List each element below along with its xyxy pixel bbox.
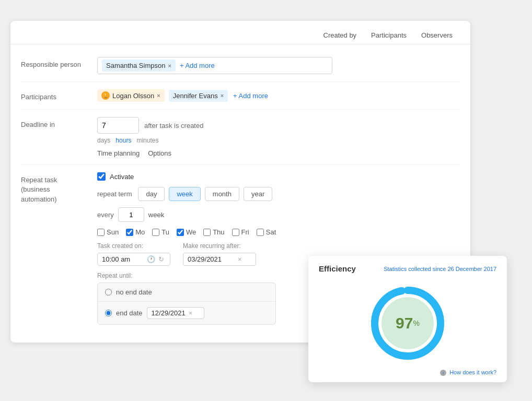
day-checkbox-tu[interactable]	[152, 229, 159, 236]
add-more-participants[interactable]: + Add more	[232, 90, 269, 102]
every-label: every	[97, 211, 114, 219]
day-sun: Sun	[97, 228, 119, 236]
until-option-end-date: end date 12/29/2021 ×	[98, 302, 275, 324]
deadline-row1: after task is created	[97, 117, 203, 134]
every-unit: week	[148, 211, 164, 219]
chip-name-logan: Logan Olsson	[112, 92, 154, 100]
activate-row: Activate	[97, 172, 276, 181]
responsible-person-input-area[interactable]: Samantha Simpson × + Add more	[97, 57, 332, 74]
term-btn-week[interactable]: week	[169, 187, 200, 201]
efficiency-stats-text: Statistics collected since	[384, 266, 446, 272]
day-label-we: We	[186, 228, 196, 236]
activate-label: Activate	[110, 173, 134, 181]
participants-content: 🏆 Logan Olsson × Jennifer Evans × + Add …	[97, 89, 460, 102]
end-date-clear-btn[interactable]: ×	[189, 309, 193, 317]
participant-chip-jennifer: Jennifer Evans ×	[169, 90, 228, 102]
add-more-responsible[interactable]: + Add more	[179, 60, 216, 72]
day-sat: Sat	[257, 228, 276, 236]
time-unit-hours[interactable]: hours	[115, 137, 131, 144]
day-label-tu: Tu	[161, 228, 169, 236]
responsible-person-label: Responsible person	[21, 57, 89, 69]
day-checkbox-we[interactable]	[177, 229, 184, 236]
deadline-input[interactable]	[97, 117, 139, 134]
efficiency-header: Efficiency Statistics collected since 26…	[319, 264, 496, 273]
until-option-no-end-date: no end date	[98, 283, 275, 302]
tab-created-by[interactable]: Created by	[316, 27, 364, 44]
deadline-label: Deadline in	[21, 117, 89, 129]
day-label-mo: Mo	[135, 228, 145, 236]
repeat-until: Repeat until: no end date end date 12/29…	[97, 272, 276, 325]
chip-close-logan[interactable]: ×	[157, 92, 160, 99]
sub-tab-options[interactable]: Options	[148, 149, 171, 157]
efficiency-stats-date: 26 December 2017	[447, 266, 496, 272]
day-tu: Tu	[152, 228, 169, 236]
recurring-input-wrap[interactable]: ×	[183, 253, 256, 266]
term-label: repeat term	[97, 190, 132, 198]
deadline-details: after task is created days hours minutes…	[97, 117, 203, 157]
repeat-section: Activate repeat term day week month year…	[97, 172, 276, 325]
responsible-person-row: Responsible person Samantha Simpson × + …	[21, 50, 460, 82]
term-btn-day[interactable]: day	[138, 187, 165, 201]
end-date-value: 12/29/2021	[152, 309, 186, 317]
task-created-input-wrap[interactable]: 🕐 ↻	[97, 253, 170, 266]
repeat-task-label: Repeat task (business automation)	[21, 172, 89, 204]
every-input[interactable]	[118, 207, 144, 222]
tab-participants[interactable]: Participants	[364, 27, 414, 44]
clock-icon: 🕐	[147, 255, 155, 263]
task-created-group: Task created on: 🕐 ↻	[97, 242, 170, 266]
tabs-row: Created by Participants Observers	[10, 21, 470, 44]
chip-close-jennifer[interactable]: ×	[221, 92, 224, 99]
tab-observers[interactable]: Observers	[414, 27, 460, 44]
efficiency-percent: %	[413, 319, 419, 327]
day-mo: Mo	[126, 228, 145, 236]
deadline-sub-tabs: Time planning Options	[97, 149, 203, 157]
efficiency-title: Efficiency	[319, 264, 356, 273]
time-unit-minutes[interactable]: minutes	[136, 137, 158, 144]
repeat-term-row: repeat term day week month year	[97, 187, 276, 201]
sub-tab-time-planning[interactable]: Time planning	[97, 149, 140, 157]
recurring-clear-btn[interactable]: ×	[238, 255, 242, 263]
repeat-until-label: Repeat until:	[97, 272, 276, 279]
deadline-row: Deadline in after task is created days h…	[21, 110, 460, 165]
efficiency-card: Efficiency Statistics collected since 26…	[308, 256, 507, 382]
efficiency-footer-text[interactable]: How does it work?	[449, 369, 496, 375]
day-checkbox-sun[interactable]	[97, 229, 105, 236]
day-checkbox-thu[interactable]	[203, 229, 211, 236]
participant-chip-logan: 🏆 Logan Olsson ×	[97, 89, 165, 102]
time-unit-days[interactable]: days	[97, 137, 110, 144]
logan-icon: 🏆	[101, 91, 110, 100]
end-date-input-wrap[interactable]: 12/29/2021 ×	[147, 307, 204, 319]
deadline-after-text: after task is created	[144, 122, 203, 129]
until-options: no end date end date 12/29/2021 ×	[97, 282, 276, 325]
day-label-fri: Fri	[241, 228, 249, 236]
task-created-label: Task created on:	[97, 242, 170, 250]
chip-name-jennifer: Jennifer Evans	[173, 92, 218, 100]
end-date-label: end date	[116, 309, 143, 317]
no-end-date-label: no end date	[116, 288, 152, 296]
day-we: We	[177, 228, 196, 236]
participants-label: Participants	[21, 89, 89, 102]
term-btn-year[interactable]: year	[244, 187, 272, 201]
recurring-input[interactable]	[188, 255, 235, 263]
day-checkbox-mo[interactable]	[126, 229, 133, 236]
task-created-input[interactable]	[102, 255, 144, 263]
deadline-content: after task is created days hours minutes…	[97, 117, 460, 157]
recurring-label: Make recurring after:	[183, 242, 256, 250]
activate-checkbox[interactable]	[97, 172, 106, 181]
day-fri: Fri	[232, 228, 249, 236]
participants-row: Participants 🏆 Logan Olsson × Jennifer E…	[21, 82, 460, 110]
recurring-group: Make recurring after: ×	[183, 242, 256, 266]
responsible-person-content: Samantha Simpson × + Add more	[97, 57, 460, 74]
chip-close-samantha[interactable]: ×	[168, 63, 171, 69]
day-thu: Thu	[203, 228, 224, 236]
days-row: Sun Mo Tu We	[97, 228, 276, 236]
day-label-sat: Sat	[266, 228, 276, 236]
until-radio-no-end[interactable]	[105, 289, 112, 296]
donut-container: 97%	[371, 287, 444, 360]
term-btn-month[interactable]: month	[205, 187, 239, 201]
day-checkbox-sat[interactable]	[257, 229, 264, 236]
until-radio-end-date[interactable]	[105, 310, 112, 316]
refresh-icon[interactable]: ↻	[158, 255, 164, 263]
day-checkbox-fri[interactable]	[232, 229, 239, 236]
every-row: every week	[97, 207, 276, 222]
